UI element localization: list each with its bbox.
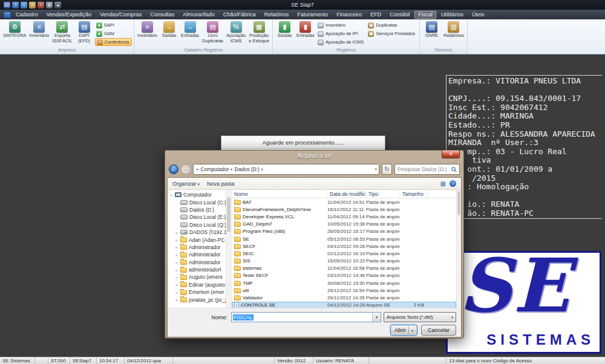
- ribbon-button-dapi-efd[interactable]: ▤DAPI (EFD): [74, 21, 94, 44]
- file-row[interactable]: SE05/12/2012 08:53Pasta de arquivos: [232, 235, 456, 242]
- new-folder-button[interactable]: Nova pasta: [207, 181, 235, 187]
- ribbon-button-producao-e-estoque[interactable]: ▦Produção e Estoque: [247, 21, 270, 44]
- file-row[interactable]: Developer Express.VCL11/04/2012 09:14Pas…: [232, 213, 456, 220]
- tab-chao-fabrica[interactable]: Chão/Fábrica: [220, 11, 260, 19]
- forward-button[interactable]: →: [181, 164, 191, 174]
- help-button[interactable]: ?: [450, 180, 456, 187]
- breadcrumb-item-computador[interactable]: Computador: [200, 166, 230, 172]
- tree-item-administrador[interactable]: ▸Administrador: [168, 259, 226, 266]
- ribbon-button-saidas[interactable]: →Saídas: [159, 21, 179, 39]
- tree-item-dados-192-1[interactable]: ▸DADOS (\\192.1: [168, 229, 226, 236]
- tab-cadastro[interactable]: Cadastro: [12, 11, 42, 19]
- tree-item-disco-local-e[interactable]: Disco Local (E:): [168, 213, 226, 221]
- views-button[interactable]: ▦: [440, 180, 446, 187]
- tree-item-administrador[interactable]: ▸Administrador: [168, 244, 226, 251]
- column-header-tamanho[interactable]: Tamanho: [400, 190, 428, 198]
- column-header-nome[interactable]: Nome: [232, 190, 327, 198]
- file-row[interactable]: DarumaFramework_Delphi7exe16/11/2012 11:…: [232, 206, 456, 213]
- tree-item-emerson-emer[interactable]: ▸Emerson (emer: [168, 288, 226, 296]
- file-row[interactable]: CONTROLE.SE04/12/2012 14:29Arquivo SE2 K…: [232, 302, 456, 308]
- ribbon-button-servicos-prestados[interactable]: ▣Serviços Prestados: [367, 30, 417, 37]
- file-row[interactable]: SECF04/12/2012 09:26Pasta de arquivos: [232, 242, 456, 250]
- ribbon-button-relatorios[interactable]: ▥Relatórios: [442, 21, 465, 39]
- tree-item-administradorl[interactable]: ▸administradorl: [168, 266, 226, 273]
- cancel-button[interactable]: Cancelar: [421, 325, 456, 336]
- ribbon-button-sapi[interactable]: ●SAPI: [95, 21, 132, 29]
- refresh-button[interactable]: ↻: [382, 164, 392, 175]
- tree-item-adan-adan-pc[interactable]: ▸Adan (Adan-PC: [168, 236, 226, 243]
- breadcrumb[interactable]: ▸Computador▸Dados (D:)▸▾: [193, 164, 379, 175]
- filename-dropdown-icon[interactable]: ▾: [372, 313, 381, 322]
- file-name: sistemas: [243, 265, 262, 271]
- ribbon-button-entradas[interactable]: ▮Entradas: [295, 21, 316, 39]
- tab-uteis[interactable]: Úteis: [468, 11, 488, 19]
- folder-icon: [180, 297, 187, 302]
- file-row[interactable]: sistemas11/04/2012 16:58Pasta de arquivo…: [232, 265, 456, 272]
- tree-scrollbar[interactable]: [226, 190, 231, 308]
- ribbon-button-livro-duplicatas[interactable]: ▤Livro Duplicatas: [201, 21, 224, 44]
- ribbon-button-exporta-issfacil[interactable]: ⇄Exporta ISSFÁCIL: [51, 21, 73, 44]
- ribbon-button-conferencia[interactable]: ✓Conferência: [95, 38, 132, 46]
- open-button[interactable]: Abrir ▾: [390, 325, 417, 336]
- tab-vendas-compras[interactable]: Vendas/Compras: [96, 11, 145, 19]
- tab-contabil[interactable]: Contábil: [386, 11, 413, 19]
- tree-item-computador[interactable]: ▾Computador: [168, 191, 226, 198]
- tab-faturamento[interactable]: Faturamento: [293, 11, 332, 19]
- tab-consultas[interactable]: Consultas: [146, 11, 178, 19]
- dialog-titlebar[interactable]: Arquivo a ler ✕: [165, 151, 463, 161]
- file-row[interactable]: SEIC02/12/2012 16:10Pasta de arquivos: [232, 250, 456, 257]
- ribbon-button-apuracao-de-icms[interactable]: ▤Apuração de ICMS: [316, 38, 366, 46]
- search-input[interactable]: Pesquisar Dados (D:): [394, 164, 460, 175]
- tab-vendas-expedicao[interactable]: Vendas/Expedição: [43, 11, 96, 19]
- file-row[interactable]: Program Files (x86)26/05/2012 16:17Pasta…: [232, 228, 456, 235]
- column-header-tipo[interactable]: Tipo: [366, 190, 400, 198]
- ribbon-button-entradas[interactable]: →Entradas: [180, 21, 200, 39]
- ribbon-button-inventario[interactable]: ▤Inventário: [316, 21, 366, 29]
- filename-input[interactable]: FISCAL ▾: [231, 312, 381, 322]
- organize-button[interactable]: Organizar▾: [172, 181, 200, 187]
- list-scrollbar[interactable]: [456, 190, 461, 308]
- tree-item-auguto-emers[interactable]: ▸Auguto (emers: [168, 273, 226, 281]
- ribbon-button-gam[interactable]: ●GAM: [95, 30, 132, 37]
- ribbon-button-inventario[interactable]: ≡Inventário: [28, 21, 50, 39]
- tree-item-administrador[interactable]: ▸Administrador: [168, 251, 226, 258]
- tree-item-disco-local-q[interactable]: Disco Local (Q:): [168, 221, 226, 229]
- file-row[interactable]: SIS15/05/2012 10:22Pasta de arquivos: [232, 258, 456, 265]
- tree-item-jonatas-pc-pc-j[interactable]: ▸jonatas_pc (pc_j: [168, 296, 226, 303]
- tab-relatorios[interactable]: Relatórios: [261, 11, 293, 19]
- ribbon-button-gnre[interactable]: ▤GNRE: [422, 21, 442, 39]
- scrollbar-thumb[interactable]: [227, 197, 231, 232]
- tab-utilitarios[interactable]: Utilitários: [437, 11, 467, 19]
- tab-almoxarifado[interactable]: Almoxarifado: [179, 11, 218, 19]
- tab-financeiro[interactable]: Financeiro: [333, 11, 365, 19]
- tab-efd[interactable]: EFD: [367, 11, 385, 19]
- tree-item-dados-d[interactable]: Dados (D:): [168, 206, 226, 213]
- app-menu-button[interactable]: [4, 11, 11, 18]
- ribbon-group-cadastro-registros: ≡Inventário→Saídas→Entradas▤Livro Duplic…: [134, 19, 273, 54]
- tree-item-disco-local-c[interactable]: Disco Local (C:): [168, 198, 226, 206]
- ribbon-button-apuracao-icms[interactable]: %Apuração ICMS: [225, 21, 247, 44]
- file-row[interactable]: Teste SECF03/10/2012 14:46Pasta de arqui…: [232, 272, 456, 279]
- history-dropdown-icon[interactable]: ▾: [374, 167, 377, 172]
- ribbon-button-sintegra[interactable]: ⚙SINTEGRA: [2, 21, 27, 39]
- breadcrumb-item-dados-d[interactable]: Dados (D:): [234, 166, 260, 172]
- file-row[interactable]: BAT11/04/2012 14:51Pasta de arquivos: [232, 198, 456, 206]
- ribbon-button-saidas[interactable]: ▮Saídas: [275, 21, 295, 39]
- expander-icon: ▸: [175, 275, 178, 279]
- back-button[interactable]: ←: [169, 164, 178, 174]
- scrollbar-thumb[interactable]: [457, 191, 460, 215]
- file-row[interactable]: util26/11/2012 16:59Pasta de arquivos: [232, 287, 456, 294]
- ribbon-button-duplicatas[interactable]: ▣Duplicatas: [367, 21, 417, 29]
- file-row[interactable]: Validador26/11/2012 14:35Pasta de arquiv…: [232, 294, 456, 301]
- ribbon-button-apuracao-de-ipi[interactable]: ▤Apuração de IPI: [316, 30, 366, 37]
- chevron-down-icon: ▾: [411, 328, 413, 333]
- close-button[interactable]: ✕: [442, 151, 460, 158]
- file-name: SECF: [243, 244, 255, 249]
- file-row[interactable]: TMP30/08/2012 15:50Pasta de arquivos: [232, 279, 456, 287]
- tree-item-edinar-augusto[interactable]: ▸Edinar (augusto: [168, 281, 226, 288]
- filetype-select[interactable]: Arquivos Texto (*.dbf) ▾: [384, 312, 456, 322]
- column-header-data-de-modificac[interactable]: Data de modificaç...: [327, 190, 366, 198]
- file-row[interactable]: GAD_Delphi710/05/2012 15:36Pasta de arqu…: [232, 221, 456, 228]
- ribbon-button-inventario[interactable]: ≡Inventário: [136, 21, 159, 39]
- tab-fiscal[interactable]: Fiscal: [414, 11, 436, 19]
